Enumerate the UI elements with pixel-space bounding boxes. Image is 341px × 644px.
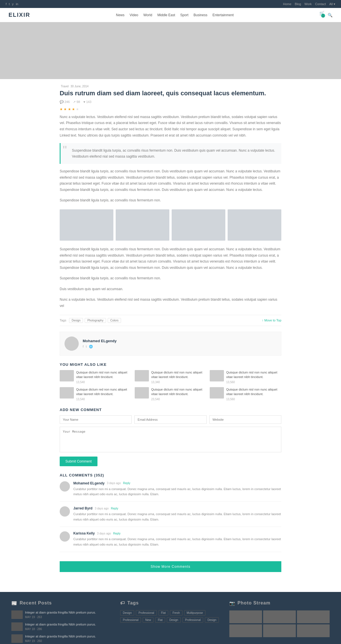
nav-entertainment[interactable]: Entertainment <box>213 13 234 17</box>
show-more-button[interactable]: Show More Comments <box>60 561 281 572</box>
footer-tag-8[interactable]: Design <box>167 617 181 623</box>
nav-business[interactable]: Business <box>194 13 207 17</box>
nav-sport[interactable]: Sport <box>180 13 188 17</box>
article-rating: ★ ★ ★ ★ ★ <box>60 107 281 111</box>
related-title-1[interactable]: Quisque dictum nisl non nunc aliquet vit… <box>151 370 206 379</box>
star-3[interactable]: ★ <box>68 107 71 111</box>
facebook-icon[interactable]: f <box>6 2 7 6</box>
footer-tag-6[interactable]: New <box>143 617 153 623</box>
comment-item-2: Karissa Kelly 3 days ago Reply Curabitur… <box>60 531 281 552</box>
footer-tag-7[interactable]: Flat <box>155 617 165 623</box>
footer-tag-1[interactable]: Professional <box>136 610 157 616</box>
tags-left: Tags Design Photography Colors <box>60 318 121 323</box>
meta-shares: ↗ 98 <box>73 100 80 104</box>
related-title-0[interactable]: Quisque dictum nisl non nunc aliquet vit… <box>76 370 131 379</box>
article-image-2 <box>116 209 169 241</box>
related-thumb-4 <box>135 387 149 399</box>
message-input[interactable] <box>60 427 281 452</box>
email-input[interactable] <box>134 415 206 424</box>
recent-posts-icon: 📰 <box>11 600 17 606</box>
related-title-2[interactable]: Quisque dictum nisl non nunc aliquet vit… <box>226 370 281 379</box>
star-2[interactable]: ★ <box>64 107 67 111</box>
star-4[interactable]: ★ <box>72 107 75 111</box>
star-1[interactable]: ★ <box>60 107 63 111</box>
nav-middle-east[interactable]: Middle East <box>157 13 175 17</box>
photo-4[interactable] <box>229 624 262 637</box>
footer-post-title-2[interactable]: Integer at diam gravida fringilla Nibh p… <box>25 634 112 639</box>
footer-tag-2[interactable]: Flat <box>159 610 169 616</box>
footer-tag-0[interactable]: Design <box>120 610 134 616</box>
nav-news[interactable]: News <box>116 13 124 17</box>
related-views-4: 23,540 <box>151 398 206 401</box>
tag-photography[interactable]: Photography <box>85 318 106 323</box>
article-body-2: Suspendisse blandit ligula turpis, ac co… <box>60 168 281 193</box>
photo-5[interactable] <box>263 624 296 637</box>
related-title-3[interactable]: Quisque dictum red non nunc aliquet vita… <box>76 387 131 397</box>
author-facebook[interactable]: f <box>83 345 84 348</box>
related-text-0: Quisque dictum nisl non nunc aliquet vit… <box>76 370 131 384</box>
author-name: Mohamed ELgendy <box>83 339 276 343</box>
meta-likes: ♥ 143 <box>84 100 92 104</box>
author-website[interactable]: 🌐 <box>89 345 93 348</box>
footer-tag-5[interactable]: Professional <box>120 617 141 623</box>
comment-name-1: Jarred Byrd <box>73 506 92 510</box>
related-views-2: 13,560 <box>226 381 281 384</box>
comment-name-2: Karissa Kelly <box>73 531 95 535</box>
twitter-icon[interactable]: t <box>9 2 10 6</box>
top-nav-work[interactable]: Work <box>304 2 311 6</box>
tag-design[interactable]: Design <box>69 318 83 323</box>
main-nav: News Video World Middle East Sport Busin… <box>116 13 234 17</box>
comment-avatar-1 <box>60 506 70 517</box>
name-input[interactable] <box>60 415 132 424</box>
breadcrumb-category[interactable]: Travel <box>61 85 68 88</box>
star-5[interactable]: ★ <box>76 107 79 111</box>
footer-post-info-1: Integer at diam gravida fringilla Nibh p… <box>25 622 112 631</box>
hero-banner <box>0 22 341 79</box>
photo-1[interactable] <box>229 610 262 623</box>
website-input[interactable] <box>209 415 281 424</box>
footer-tag-10[interactable]: Design <box>205 617 219 623</box>
comment-reply-2[interactable]: Reply <box>113 532 120 535</box>
comment-reply-1[interactable]: Reply <box>111 507 118 510</box>
comment-item-0: Mohamed ELgendy 3 days ago Reply Curabit… <box>60 481 281 502</box>
footer-tag-3[interactable]: Fresh <box>170 610 182 616</box>
move-to-top[interactable]: ↑ Move to Top <box>262 319 281 322</box>
search-icon[interactable]: 🔍 <box>328 13 332 17</box>
nav-video[interactable]: Video <box>130 13 138 17</box>
footer-tag-9[interactable]: Professional <box>182 617 203 623</box>
top-nav-all[interactable]: All ▾ <box>329 2 335 6</box>
top-nav: Home Blog Work Contact All ▾ <box>283 2 335 6</box>
top-nav-blog[interactable]: Blog <box>295 2 301 6</box>
footer-post-meta-0: MAY 19 · 263 <box>25 616 112 619</box>
footer-post-title-0[interactable]: Integer at diam gravida fringilla Nibh p… <box>25 610 112 615</box>
comment-icon: 💬 <box>60 100 64 104</box>
footer-post-thumb-0 <box>11 610 23 619</box>
logo: ELIXIR <box>9 12 30 18</box>
related-title-4[interactable]: Quisque dictum nisl non nunc aliquet vit… <box>151 387 206 397</box>
top-nav-home[interactable]: Home <box>283 2 291 6</box>
tags-bar: Tags Design Photography Colors ↑ Move to… <box>60 315 281 326</box>
photo-2[interactable] <box>263 610 296 623</box>
submit-button[interactable]: Submit Comment <box>60 457 97 466</box>
comment-reply-0[interactable]: Reply <box>123 482 130 485</box>
linkedin-icon[interactable]: in <box>16 2 18 6</box>
comment-form-row <box>60 415 281 424</box>
image-grid <box>60 209 281 241</box>
top-nav-contact[interactable]: Contact <box>315 2 326 6</box>
author-twitter[interactable]: t <box>86 345 87 348</box>
footer-tag-4[interactable]: Multipurpose <box>184 610 205 616</box>
related-title-5[interactable]: Quisque dictum nisl non nunc aliquet vit… <box>226 387 281 397</box>
cart-icon[interactable]: 🛒 1 <box>319 11 324 19</box>
photo-6[interactable] <box>297 624 330 637</box>
nav-world[interactable]: World <box>144 13 152 17</box>
tag-colors[interactable]: Colors <box>108 318 121 323</box>
related-text-5: Quisque dictum nisl non nunc aliquet vit… <box>226 387 281 401</box>
tags-label: Tags <box>60 319 66 322</box>
related-item-1: Quisque dictum nisl non nunc aliquet vit… <box>135 370 206 384</box>
footer-post-title-1[interactable]: Integer at diam gravida fringilla Nibh p… <box>25 622 112 627</box>
article-image-4 <box>228 209 281 241</box>
comment-time-0: 3 days ago <box>107 482 121 485</box>
comment-time-1: 3 days ago <box>95 507 109 510</box>
photo-3[interactable] <box>297 610 330 623</box>
youtube-icon[interactable]: y <box>12 2 14 6</box>
